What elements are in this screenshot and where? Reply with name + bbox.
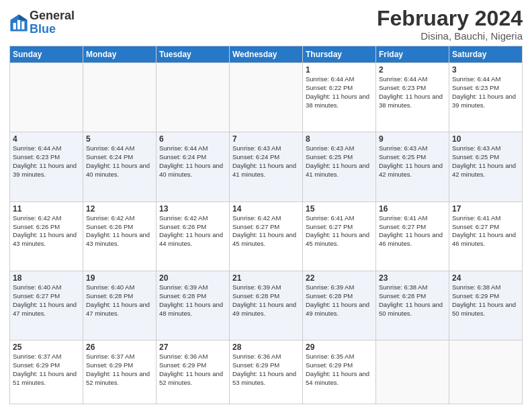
calendar-title: February 2024 <box>377 7 523 30</box>
day-number: 8 <box>306 134 373 144</box>
calendar-week-row: 4Sunrise: 6:44 AM Sunset: 6:23 PM Daylig… <box>10 132 523 201</box>
svg-marker-1 <box>19 14 28 19</box>
day-number: 17 <box>452 204 519 214</box>
calendar-cell: 6Sunrise: 6:44 AM Sunset: 6:24 PM Daylig… <box>157 132 230 201</box>
day-info: Sunrise: 6:42 AM Sunset: 6:27 PM Dayligh… <box>232 214 300 248</box>
col-thursday: Thursday <box>303 46 376 63</box>
day-info: Sunrise: 6:43 AM Sunset: 6:25 PM Dayligh… <box>452 144 519 179</box>
day-number: 27 <box>159 342 226 352</box>
day-number: 22 <box>306 273 373 283</box>
day-number: 29 <box>306 342 373 352</box>
calendar-week-row: 1Sunrise: 6:44 AM Sunset: 6:22 PM Daylig… <box>10 63 523 132</box>
col-wednesday: Wednesday <box>230 46 303 63</box>
calendar-cell: 23Sunrise: 6:38 AM Sunset: 6:28 PM Dayli… <box>376 271 449 340</box>
day-number: 28 <box>232 342 300 352</box>
calendar-cell: 11Sunrise: 6:42 AM Sunset: 6:26 PM Dayli… <box>10 201 83 271</box>
calendar-cell: 14Sunrise: 6:42 AM Sunset: 6:27 PM Dayli… <box>230 201 303 271</box>
calendar-cell <box>449 340 523 404</box>
calendar-table: Sunday Monday Tuesday Wednesday Thursday… <box>9 46 523 404</box>
calendar-cell <box>157 63 230 132</box>
calendar-cell: 21Sunrise: 6:39 AM Sunset: 6:28 PM Dayli… <box>230 271 303 340</box>
calendar-cell: 26Sunrise: 6:37 AM Sunset: 6:29 PM Dayli… <box>83 340 157 404</box>
day-info: Sunrise: 6:43 AM Sunset: 6:24 PM Dayligh… <box>232 144 300 179</box>
day-info: Sunrise: 6:44 AM Sunset: 6:23 PM Dayligh… <box>452 75 519 109</box>
page: General Blue February 2024 Disina, Bauch… <box>0 0 532 411</box>
calendar-week-row: 11Sunrise: 6:42 AM Sunset: 6:26 PM Dayli… <box>10 201 523 271</box>
day-number: 11 <box>13 204 80 214</box>
day-number: 20 <box>159 273 226 283</box>
day-info: Sunrise: 6:41 AM Sunset: 6:27 PM Dayligh… <box>379 214 446 248</box>
day-info: Sunrise: 6:37 AM Sunset: 6:29 PM Dayligh… <box>13 353 80 387</box>
day-info: Sunrise: 6:39 AM Sunset: 6:28 PM Dayligh… <box>232 283 300 318</box>
calendar-cell: 13Sunrise: 6:42 AM Sunset: 6:26 PM Dayli… <box>157 201 230 271</box>
calendar-cell: 16Sunrise: 6:41 AM Sunset: 6:27 PM Dayli… <box>376 201 449 271</box>
calendar-cell: 20Sunrise: 6:39 AM Sunset: 6:28 PM Dayli… <box>157 271 230 340</box>
calendar-cell: 8Sunrise: 6:43 AM Sunset: 6:25 PM Daylig… <box>303 132 376 201</box>
calendar-subtitle: Disina, Bauchi, Nigeria <box>377 30 523 42</box>
col-friday: Friday <box>376 46 449 63</box>
header: General Blue February 2024 Disina, Bauch… <box>9 7 523 42</box>
day-info: Sunrise: 6:44 AM Sunset: 6:23 PM Dayligh… <box>379 75 446 109</box>
day-info: Sunrise: 6:44 AM Sunset: 6:24 PM Dayligh… <box>159 144 226 179</box>
day-number: 16 <box>379 204 446 214</box>
svg-rect-3 <box>17 20 20 30</box>
day-info: Sunrise: 6:39 AM Sunset: 6:28 PM Dayligh… <box>159 283 226 318</box>
calendar-week-row: 25Sunrise: 6:37 AM Sunset: 6:29 PM Dayli… <box>10 340 523 404</box>
day-number: 1 <box>306 65 373 75</box>
calendar-cell <box>376 340 449 404</box>
svg-rect-4 <box>21 21 24 30</box>
calendar-cell: 9Sunrise: 6:43 AM Sunset: 6:25 PM Daylig… <box>376 132 449 201</box>
day-number: 10 <box>452 134 519 144</box>
calendar-cell: 7Sunrise: 6:43 AM Sunset: 6:24 PM Daylig… <box>230 132 303 201</box>
svg-rect-2 <box>13 23 16 30</box>
calendar-week-row: 18Sunrise: 6:40 AM Sunset: 6:27 PM Dayli… <box>10 271 523 340</box>
calendar-cell: 29Sunrise: 6:35 AM Sunset: 6:29 PM Dayli… <box>303 340 376 404</box>
title-block: February 2024 Disina, Bauchi, Nigeria <box>377 7 523 42</box>
day-number: 13 <box>159 204 226 214</box>
logo: General Blue <box>9 9 75 36</box>
day-number: 25 <box>13 342 80 352</box>
day-number: 26 <box>86 342 153 352</box>
day-number: 14 <box>232 204 300 214</box>
day-number: 24 <box>452 273 519 283</box>
day-number: 6 <box>159 134 226 144</box>
calendar-cell <box>10 63 83 132</box>
day-number: 7 <box>232 134 300 144</box>
day-info: Sunrise: 6:36 AM Sunset: 6:29 PM Dayligh… <box>159 353 226 387</box>
logo-text: General Blue <box>30 9 75 36</box>
logo-general-text: General <box>30 9 75 23</box>
day-info: Sunrise: 6:43 AM Sunset: 6:25 PM Dayligh… <box>306 144 373 179</box>
calendar-cell: 2Sunrise: 6:44 AM Sunset: 6:23 PM Daylig… <box>376 63 449 132</box>
calendar-cell: 27Sunrise: 6:36 AM Sunset: 6:29 PM Dayli… <box>157 340 230 404</box>
col-sunday: Sunday <box>10 46 83 63</box>
day-number: 5 <box>86 134 153 144</box>
calendar-cell: 1Sunrise: 6:44 AM Sunset: 6:22 PM Daylig… <box>303 63 376 132</box>
col-tuesday: Tuesday <box>157 46 230 63</box>
day-info: Sunrise: 6:42 AM Sunset: 6:26 PM Dayligh… <box>86 214 153 248</box>
logo-icon <box>9 13 28 32</box>
day-info: Sunrise: 6:39 AM Sunset: 6:28 PM Dayligh… <box>306 283 373 318</box>
day-info: Sunrise: 6:40 AM Sunset: 6:28 PM Dayligh… <box>86 283 153 318</box>
day-number: 9 <box>379 134 446 144</box>
day-number: 21 <box>232 273 300 283</box>
calendar-cell: 18Sunrise: 6:40 AM Sunset: 6:27 PM Dayli… <box>10 271 83 340</box>
day-info: Sunrise: 6:43 AM Sunset: 6:25 PM Dayligh… <box>379 144 446 179</box>
day-number: 12 <box>86 204 153 214</box>
day-info: Sunrise: 6:40 AM Sunset: 6:27 PM Dayligh… <box>13 283 80 318</box>
calendar-cell: 22Sunrise: 6:39 AM Sunset: 6:28 PM Dayli… <box>303 271 376 340</box>
day-number: 3 <box>452 65 519 75</box>
day-info: Sunrise: 6:37 AM Sunset: 6:29 PM Dayligh… <box>86 353 153 387</box>
day-info: Sunrise: 6:41 AM Sunset: 6:27 PM Dayligh… <box>452 214 519 248</box>
day-info: Sunrise: 6:44 AM Sunset: 6:22 PM Dayligh… <box>306 75 373 109</box>
calendar-cell: 4Sunrise: 6:44 AM Sunset: 6:23 PM Daylig… <box>10 132 83 201</box>
day-number: 18 <box>13 273 80 283</box>
calendar-cell: 15Sunrise: 6:41 AM Sunset: 6:27 PM Dayli… <box>303 201 376 271</box>
calendar-cell: 25Sunrise: 6:37 AM Sunset: 6:29 PM Dayli… <box>10 340 83 404</box>
calendar-cell: 10Sunrise: 6:43 AM Sunset: 6:25 PM Dayli… <box>449 132 523 201</box>
day-info: Sunrise: 6:42 AM Sunset: 6:26 PM Dayligh… <box>159 214 226 248</box>
calendar-cell <box>83 63 157 132</box>
day-info: Sunrise: 6:36 AM Sunset: 6:29 PM Dayligh… <box>232 353 300 387</box>
calendar-cell: 17Sunrise: 6:41 AM Sunset: 6:27 PM Dayli… <box>449 201 523 271</box>
day-number: 23 <box>379 273 446 283</box>
calendar-cell: 12Sunrise: 6:42 AM Sunset: 6:26 PM Dayli… <box>83 201 157 271</box>
